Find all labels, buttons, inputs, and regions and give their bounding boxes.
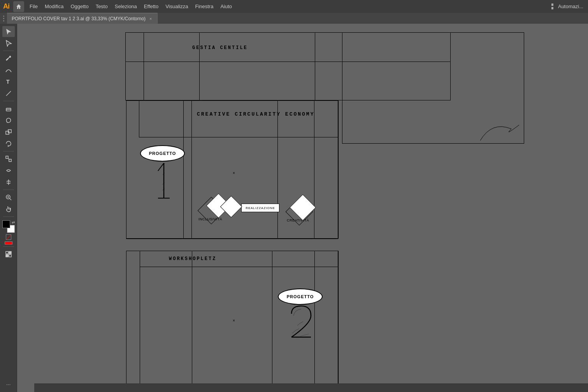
curve-decoration	[476, 117, 523, 148]
file-tab-name: PORRTFOLIO COVER tav 1 2 3.ai @ 33,33% (…	[12, 16, 146, 21]
zoom-tool[interactable]	[2, 192, 15, 203]
progetto2-label: PROGETTO	[287, 294, 314, 299]
blob-brush-tool[interactable]	[2, 115, 15, 126]
center-mark: ×	[233, 171, 235, 175]
rotate-tool[interactable]	[2, 138, 15, 149]
v-guide-creative-4	[338, 100, 339, 239]
number2-sketch	[284, 302, 319, 349]
svg-line-2	[6, 91, 11, 96]
number1-sketch	[148, 159, 179, 204]
svg-rect-17	[6, 255, 8, 257]
realizzazione-label: REALIZZAZIONE	[246, 206, 275, 210]
tool-separator-3	[3, 151, 14, 151]
v-guide-creative-1	[191, 100, 192, 239]
red-indicator	[5, 241, 12, 244]
none-fill-icon[interactable]	[6, 234, 11, 240]
menu-finestra[interactable]: Finestra	[192, 2, 216, 11]
eraser-tool[interactable]	[2, 103, 15, 114]
guide-line-v2	[199, 32, 200, 100]
menu-effetto[interactable]: Effetto	[141, 2, 161, 11]
warp-tool[interactable]	[2, 165, 15, 176]
svg-line-9	[8, 158, 9, 159]
color-swap-icon[interactable]: ⇄	[12, 220, 15, 225]
tab-bar-handle	[0, 13, 7, 24]
tool-separator-4	[3, 190, 14, 190]
menu-seleziona[interactable]: Seleziona	[112, 2, 140, 11]
menu-oggetto[interactable]: Oggetto	[67, 2, 91, 11]
ellipsis-icon: ···	[6, 381, 11, 387]
realizzazione-box: REALIZZAZIONE	[241, 204, 279, 212]
menu-file[interactable]: File	[26, 2, 41, 11]
progetto1-label: PROGETTO	[149, 151, 176, 156]
left-toolbar: T	[0, 24, 17, 392]
menu-visualizza[interactable]: Visualizza	[162, 2, 191, 11]
shape-builder-tool[interactable]	[2, 127, 15, 137]
svg-rect-7	[6, 156, 8, 158]
v-guide-creative-3	[314, 100, 314, 239]
more-tools-button[interactable]: ···	[2, 379, 15, 390]
guide-line-v1	[144, 32, 144, 100]
workshop-v2	[192, 251, 192, 392]
menu-testo[interactable]: Testo	[93, 2, 111, 11]
tab-bar: PORRTFOLIO COVER tav 1 2 3.ai @ 33,33% (…	[0, 13, 588, 24]
workshop-v1	[140, 251, 140, 392]
guide-line-v3	[315, 32, 315, 100]
foreground-color-box[interactable]	[2, 220, 10, 228]
ai-logo: Ai	[3, 2, 9, 11]
v-guide-creative-2	[277, 100, 278, 239]
direct-selection-tool[interactable]	[2, 38, 15, 49]
pixel-preview-tool[interactable]	[2, 249, 15, 260]
width-tool[interactable]	[2, 177, 15, 188]
center-mark-2: ×	[233, 318, 235, 323]
home-button[interactable]	[13, 1, 24, 12]
tool-separator-5	[3, 216, 14, 217]
tool-separator-1	[3, 51, 14, 51]
svg-rect-18	[9, 255, 11, 257]
section1-title: CREATIVE CIRCULARITY ECONOMY	[197, 111, 314, 117]
menu-modifica[interactable]: Modifica	[42, 2, 67, 11]
selection-tool[interactable]	[2, 26, 15, 37]
color-indicator[interactable]: ⇄	[2, 220, 15, 233]
pen-tool[interactable]	[2, 53, 15, 64]
main-layout: T	[0, 24, 588, 392]
scale-tool[interactable]	[2, 153, 15, 164]
tab-close-button[interactable]: ×	[148, 16, 153, 21]
svg-rect-8	[9, 159, 11, 162]
svg-text:T: T	[6, 79, 10, 85]
svg-rect-16	[9, 251, 11, 254]
top-section-title: GESTIA CENTILE	[192, 45, 248, 51]
workshop-v3	[272, 251, 272, 392]
workshop-v5	[338, 251, 339, 392]
canvas-area[interactable]: GESTIA CENTILE CREATIVE CIRCULARITY ECON…	[17, 24, 588, 392]
status-bar	[34, 383, 588, 392]
file-tab[interactable]: PORRTFOLIO COVER tav 1 2 3.ai @ 33,33% (…	[7, 13, 158, 24]
h-divider-creative-bottom	[126, 239, 338, 239]
line-tool[interactable]	[2, 88, 15, 99]
menu-aiuto[interactable]: Aiuto	[217, 2, 235, 11]
text-tool[interactable]: T	[2, 76, 15, 87]
workshop-label: WORKSHOPLETZ	[169, 256, 216, 262]
fill-stroke-options	[6, 234, 11, 240]
automate-label: Automazi...	[553, 0, 588, 13]
menu-bar: Ai File Modifica Oggetto Testo Seleziona…	[0, 0, 588, 13]
curvature-tool[interactable]	[2, 65, 15, 76]
creativita-label: CREATIVITÀ	[287, 218, 309, 222]
hand-tool[interactable]	[2, 204, 15, 214]
svg-line-12	[10, 199, 11, 200]
tool-separator-6	[3, 246, 14, 247]
tool-separator-2	[3, 101, 14, 101]
svg-rect-15	[6, 251, 8, 254]
status-text	[37, 386, 39, 390]
